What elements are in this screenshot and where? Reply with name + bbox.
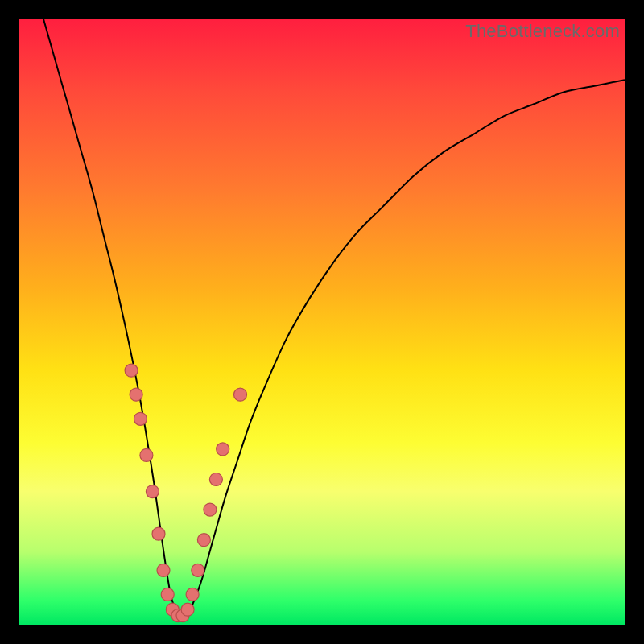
data-point bbox=[204, 503, 217, 516]
data-point bbox=[234, 388, 247, 401]
data-point bbox=[140, 448, 153, 461]
data-point bbox=[161, 588, 174, 601]
plot-area: TheBottleneck.com bbox=[19, 19, 625, 625]
data-point bbox=[181, 603, 194, 616]
data-point bbox=[125, 364, 138, 377]
bottleneck-curve bbox=[43, 19, 625, 619]
data-point bbox=[192, 564, 204, 576]
data-point bbox=[157, 564, 170, 576]
chart-overlay bbox=[19, 19, 625, 625]
data-point bbox=[197, 534, 210, 547]
data-point bbox=[130, 388, 142, 401]
data-point bbox=[209, 473, 222, 486]
data-point bbox=[186, 588, 199, 601]
data-point bbox=[146, 485, 159, 498]
data-point bbox=[152, 527, 165, 540]
data-point bbox=[134, 412, 147, 425]
chart-frame: TheBottleneck.com bbox=[0, 0, 644, 644]
data-points bbox=[125, 364, 246, 622]
data-point bbox=[217, 443, 229, 456]
